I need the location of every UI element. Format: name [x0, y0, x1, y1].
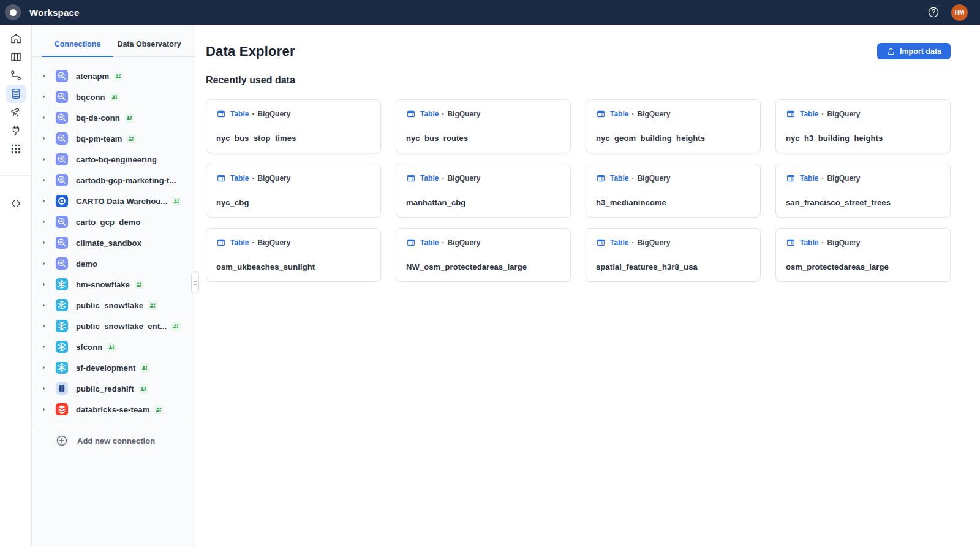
- chevron-right-icon[interactable]: [41, 156, 47, 162]
- dataset-card[interactable]: Table·BigQuery NW_osm_protectedareas_lar…: [396, 228, 571, 282]
- plus-circle-icon: [55, 434, 69, 447]
- dataset-card[interactable]: Table·BigQuery nyc_bus_stop_times: [206, 99, 381, 153]
- connection-row-carto-data-warehouse[interactable]: CARTO Data Warehou...: [32, 191, 195, 211]
- dataset-card[interactable]: Table·BigQuery osm_ukbeaches_sunlight: [206, 228, 381, 282]
- chevron-right-icon[interactable]: [41, 344, 47, 350]
- rail-item-connections[interactable]: [6, 121, 26, 140]
- chevron-right-icon[interactable]: [41, 94, 47, 100]
- dataset-type: Table: [230, 110, 249, 118]
- connection-row-public-redshift[interactable]: public_redshift: [32, 378, 195, 399]
- connection-row-climate-sandbox[interactable]: climate_sandbox: [32, 232, 195, 253]
- connection-row-carto-gcp-demo[interactable]: carto_gcp_demo: [32, 211, 195, 232]
- user-avatar[interactable]: HM: [951, 4, 968, 21]
- chevron-right-icon[interactable]: [41, 323, 47, 329]
- chevron-right-icon[interactable]: [41, 73, 47, 79]
- dataset-card[interactable]: Table·BigQuery san_francisco_street_tree…: [775, 164, 951, 218]
- dataset-type: Table: [230, 238, 249, 247]
- connection-name: climate_sandbox: [76, 238, 141, 248]
- bigquery-icon: [55, 173, 69, 187]
- sidebar-tabs: Connections Data Observatory: [32, 25, 195, 57]
- rail-item-data-explorer[interactable]: [6, 85, 26, 103]
- chevron-right-icon[interactable]: [41, 302, 47, 308]
- bigquery-icon: [55, 111, 69, 124]
- table-icon: [786, 173, 796, 183]
- connection-row-atenapm[interactable]: atenapm: [32, 66, 195, 86]
- chevron-right-icon[interactable]: [41, 135, 47, 142]
- dataset-card[interactable]: Table·BigQuery nyc_cbg: [206, 164, 381, 218]
- snowflake-icon: [55, 298, 69, 312]
- dataset-provider: BigQuery: [257, 110, 290, 118]
- rail-item-data-observatory[interactable]: [6, 103, 26, 121]
- shared-users-icon: [172, 197, 181, 206]
- databricks-icon: [55, 403, 69, 416]
- connection-row-public-snowflake-ent[interactable]: public_snowflake_ent...: [32, 316, 195, 336]
- tab-data-observatory[interactable]: Data Observatory: [113, 34, 185, 56]
- connection-row-databricks-se-team[interactable]: databricks-se-team: [32, 399, 195, 420]
- tab-connections[interactable]: Connections: [42, 34, 113, 56]
- help-icon[interactable]: [927, 6, 940, 19]
- connection-row-public-snowflake[interactable]: public_snowflake: [32, 295, 195, 316]
- dataset-type: Table: [800, 110, 818, 118]
- rail-item-applications[interactable]: [6, 140, 26, 158]
- chevron-right-icon[interactable]: [41, 365, 47, 371]
- dataset-card[interactable]: Table·BigQuery nyc_bus_routes: [396, 99, 571, 153]
- bigquery-icon: [55, 215, 69, 229]
- chevron-right-icon[interactable]: [41, 177, 47, 183]
- connection-name: bq-ds-conn: [76, 113, 120, 123]
- sidebar-resize-handle[interactable]: [191, 271, 199, 294]
- bigquery-icon: [55, 69, 69, 83]
- rail-item-developers[interactable]: [6, 194, 26, 213]
- add-new-connection-button[interactable]: Add new connection: [32, 425, 195, 456]
- carto-logo[interactable]: [5, 4, 21, 20]
- chevron-right-icon[interactable]: [41, 115, 47, 121]
- connection-row-hm-snowflake[interactable]: hm-snowflake: [32, 274, 195, 295]
- meta-separator: ·: [631, 174, 634, 183]
- carto-warehouse-icon: [55, 194, 69, 208]
- rail-item-workflows[interactable]: [6, 66, 26, 85]
- connection-row-sfconn[interactable]: sfconn: [32, 336, 195, 357]
- connection-row-bq-pm-team[interactable]: bq-pm-team: [32, 128, 195, 149]
- shared-users-icon: [114, 72, 123, 81]
- table-icon: [786, 238, 796, 248]
- connection-row-cartodb-gcp-marketing[interactable]: cartodb-gcp-marketing-t...: [32, 170, 195, 191]
- dataset-card[interactable]: Table·BigQuery spatial_features_h3r8_usa: [586, 228, 761, 282]
- meta-separator: ·: [631, 238, 634, 247]
- chevron-right-icon[interactable]: [41, 240, 47, 246]
- dataset-type: Table: [420, 238, 439, 247]
- sidebar: Connections Data Observatory atenapm bqc…: [32, 25, 195, 546]
- page-title: Data Explorer: [206, 44, 295, 59]
- connection-row-carto-bq-engineering[interactable]: carto-bq-engineering: [32, 149, 195, 170]
- bigquery-icon: [55, 132, 69, 145]
- connection-row-demo[interactable]: demo: [32, 253, 195, 274]
- connection-row-bqconn[interactable]: bqconn: [32, 86, 195, 107]
- rail-item-maps[interactable]: [6, 48, 26, 66]
- connection-row-bq-ds-conn[interactable]: bq-ds-conn: [32, 107, 195, 128]
- table-icon: [216, 238, 226, 248]
- connection-name: bq-pm-team: [76, 134, 122, 143]
- meta-separator: ·: [252, 110, 254, 118]
- chevron-right-icon[interactable]: [41, 281, 47, 287]
- dataset-card[interactable]: Table·BigQuery osm_protectedareas_large: [775, 228, 951, 282]
- dataset-card[interactable]: Table·BigQuery h3_medianincome: [586, 164, 761, 218]
- dataset-provider: BigQuery: [447, 238, 480, 247]
- rail-divider: [0, 175, 32, 176]
- snowflake-icon: [55, 361, 69, 374]
- connection-row-sf-development[interactable]: sf-development: [32, 357, 195, 378]
- dataset-name: nyc_h3_building_heights: [786, 134, 940, 143]
- dataset-card[interactable]: Table·BigQuery manhattan_cbg: [396, 164, 571, 218]
- apps-grid-icon: [10, 143, 22, 155]
- chevron-right-icon[interactable]: [41, 198, 47, 204]
- dataset-card[interactable]: Table·BigQuery nyc_h3_building_heights: [775, 99, 951, 153]
- dataset-card[interactable]: Table·BigQuery nyc_geom_building_heights: [586, 99, 761, 153]
- chevron-right-icon[interactable]: [41, 406, 47, 412]
- chevron-right-icon[interactable]: [41, 219, 47, 225]
- connection-name: atenapm: [76, 72, 109, 81]
- rail-item-home[interactable]: [6, 29, 26, 48]
- chevron-right-icon[interactable]: [41, 385, 47, 392]
- chevron-right-icon[interactable]: [41, 260, 47, 267]
- dataset-provider: BigQuery: [827, 110, 860, 118]
- import-data-label: Import data: [900, 47, 941, 56]
- connection-name: public_snowflake: [76, 301, 143, 310]
- import-data-button[interactable]: Import data: [877, 43, 951, 59]
- meta-separator: ·: [252, 238, 254, 247]
